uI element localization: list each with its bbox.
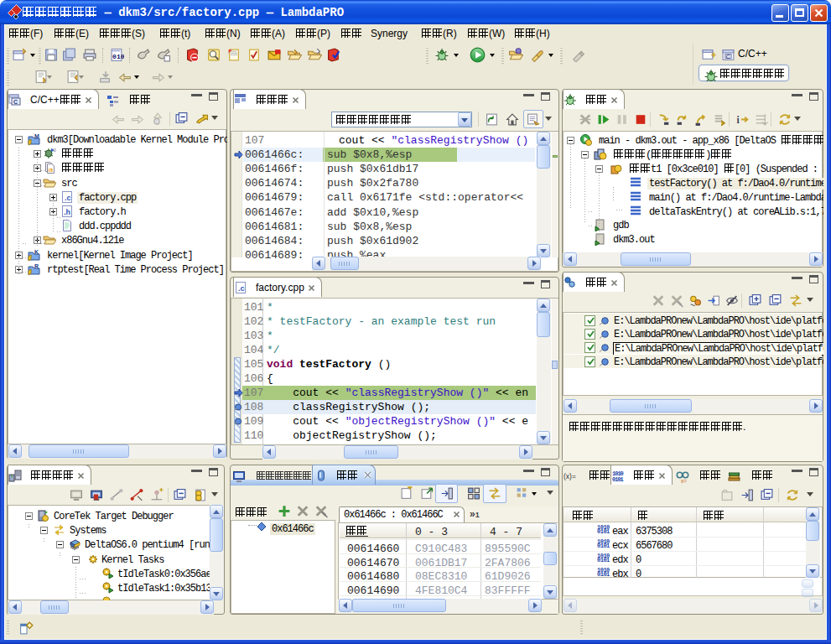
svg-text:i: i (737, 115, 740, 126)
svg-text:M: M (34, 133, 39, 139)
svg-text:0101: 0101 (612, 476, 624, 483)
svg-text:C: C (726, 54, 730, 60)
svg-text:.c: .c (65, 194, 71, 202)
svg-text:K: K (34, 248, 39, 254)
svg-text:.c: .c (238, 284, 245, 293)
svg-text:R: R (34, 262, 39, 268)
svg-text:C: C (13, 99, 18, 105)
svg-text:010: 010 (112, 53, 124, 60)
svg-text:x=: x= (681, 478, 687, 484)
svg-text:.h: .h (64, 208, 70, 216)
svg-text:(x)=: (x)= (564, 472, 576, 480)
